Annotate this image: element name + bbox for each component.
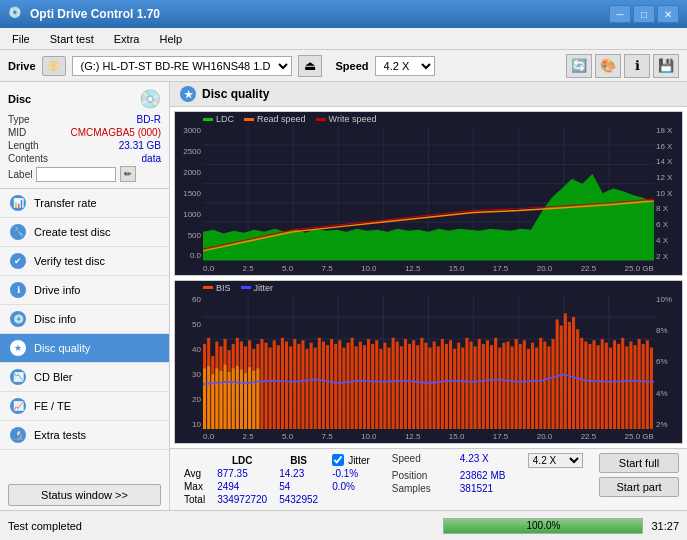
sidebar-item-cd-bler[interactable]: 📉 CD Bler: [0, 363, 169, 392]
fe-te-icon: 📈: [10, 398, 26, 414]
svg-rect-132: [621, 337, 624, 429]
svg-rect-63: [338, 340, 341, 429]
ldc-y-axis-left: 3000 2500 2000 1500 1000 500 0.0: [175, 126, 203, 261]
total-bis: 5432952: [273, 493, 324, 506]
disc-label-edit-btn[interactable]: ✏: [120, 166, 136, 182]
menu-help[interactable]: Help: [151, 31, 190, 47]
svg-rect-87: [437, 346, 440, 429]
sidebar-item-disc-quality[interactable]: ★ Disc quality: [0, 334, 169, 363]
svg-rect-101: [494, 337, 497, 429]
menu-start-test[interactable]: Start test: [42, 31, 102, 47]
svg-rect-128: [605, 342, 608, 429]
svg-rect-75: [388, 347, 391, 429]
sidebar-item-fe-te[interactable]: 📈 FE / TE: [0, 392, 169, 421]
svg-rect-115: [552, 339, 555, 429]
start-part-button[interactable]: Start part: [599, 477, 679, 497]
sidebar-item-label-disc-quality: Disc quality: [34, 342, 90, 354]
app-icon: 💿: [8, 6, 24, 22]
svg-rect-110: [531, 342, 534, 429]
sidebar-item-drive-info[interactable]: ℹ Drive info: [0, 276, 169, 305]
legend-read-speed: Read speed: [257, 114, 306, 124]
svg-rect-91: [453, 348, 456, 429]
svg-rect-50: [285, 341, 288, 429]
svg-rect-61: [330, 339, 333, 429]
verify-test-icon: ✔: [10, 253, 26, 269]
bis-x-axis: 0.0 2.5 5.0 7.5 10.0 12.5 15.0 17.5 20.0…: [203, 432, 654, 441]
speed-select[interactable]: 4.2 X: [375, 56, 435, 76]
legend-bis: BIS: [216, 283, 231, 293]
max-bis: 54: [273, 480, 324, 493]
sidebar-item-extra-tests[interactable]: 🔬 Extra tests: [0, 421, 169, 450]
sidebar-item-create-test-disc[interactable]: 🔧 Create test disc: [0, 218, 169, 247]
svg-rect-138: [646, 340, 649, 429]
svg-rect-96: [474, 346, 477, 429]
charts-area: LDC Read speed Write speed 3000 2500: [170, 107, 687, 448]
svg-rect-94: [465, 337, 468, 429]
start-full-button[interactable]: Start full: [599, 453, 679, 473]
disc-label-input[interactable]: [36, 167, 116, 182]
menu-extra[interactable]: Extra: [106, 31, 148, 47]
svg-rect-118: [564, 313, 567, 429]
menu-bar: File Start test Extra Help: [0, 28, 687, 50]
svg-rect-139: [650, 347, 653, 429]
minimize-button[interactable]: ─: [609, 5, 631, 23]
svg-rect-83: [420, 337, 423, 429]
svg-rect-95: [470, 341, 473, 429]
eject-button[interactable]: ⏏: [298, 55, 322, 77]
svg-rect-148: [236, 365, 239, 429]
svg-rect-134: [629, 341, 632, 429]
disc-contents-value: data: [142, 153, 161, 164]
svg-rect-147: [232, 368, 235, 429]
svg-rect-62: [334, 343, 337, 429]
svg-rect-100: [490, 345, 493, 429]
disc-quality-title: Disc quality: [202, 87, 269, 101]
bis-chart: BIS Jitter 60 50 40 30 20 10: [174, 280, 683, 445]
action-buttons: Start full Start part: [599, 453, 679, 506]
svg-rect-82: [416, 345, 419, 429]
svg-rect-44: [260, 339, 263, 429]
svg-rect-111: [535, 347, 538, 429]
sidebar-item-verify-test-disc[interactable]: ✔ Verify test disc: [0, 247, 169, 276]
svg-rect-90: [449, 340, 452, 429]
avg-bis: 14.23: [273, 467, 324, 480]
save-button[interactable]: 💾: [653, 54, 679, 78]
sidebar-item-disc-info[interactable]: 💿 Disc info: [0, 305, 169, 334]
refresh-button[interactable]: 🔄: [566, 54, 592, 78]
ldc-chart-svg: [203, 126, 654, 261]
svg-rect-73: [379, 348, 382, 429]
info-button[interactable]: ℹ: [624, 54, 650, 78]
svg-rect-108: [523, 340, 526, 429]
content-area: ★ Disc quality LDC Read speed: [170, 82, 687, 510]
svg-rect-103: [502, 342, 505, 429]
svg-rect-88: [441, 339, 444, 429]
jitter-label: Jitter: [348, 455, 370, 466]
svg-rect-55: [306, 348, 309, 429]
svg-rect-125: [593, 340, 596, 429]
svg-rect-64: [342, 347, 345, 429]
sidebar-item-transfer-rate[interactable]: 📊 Transfer rate: [0, 189, 169, 218]
status-text: Test completed: [8, 520, 435, 532]
svg-rect-116: [556, 319, 559, 429]
jitter-checkbox[interactable]: [332, 454, 344, 466]
max-jitter: 0.0%: [324, 480, 376, 493]
svg-rect-57: [314, 347, 317, 429]
disc-info-icon: 💿: [10, 311, 26, 327]
menu-file[interactable]: File: [4, 31, 38, 47]
status-window-button[interactable]: Status window >>: [8, 484, 161, 506]
svg-rect-85: [429, 347, 432, 429]
disc-type-label: Type: [8, 114, 30, 125]
color-button[interactable]: 🎨: [595, 54, 621, 78]
speed-stat-select[interactable]: 4.2 X: [528, 453, 583, 468]
sidebar-item-label-verify-test: Verify test disc: [34, 255, 105, 267]
position-label: Position: [392, 470, 452, 481]
svg-rect-120: [572, 317, 575, 429]
maximize-button[interactable]: □: [633, 5, 655, 23]
status-time: 31:27: [651, 520, 679, 532]
close-button[interactable]: ✕: [657, 5, 679, 23]
drive-select[interactable]: (G:) HL-DT-ST BD-RE WH16NS48 1.D3: [72, 56, 292, 76]
bis-chart-svg: [203, 295, 654, 430]
svg-rect-79: [404, 339, 407, 429]
disc-section-title: Disc: [8, 93, 31, 105]
svg-rect-84: [424, 342, 427, 429]
svg-rect-149: [240, 369, 243, 429]
